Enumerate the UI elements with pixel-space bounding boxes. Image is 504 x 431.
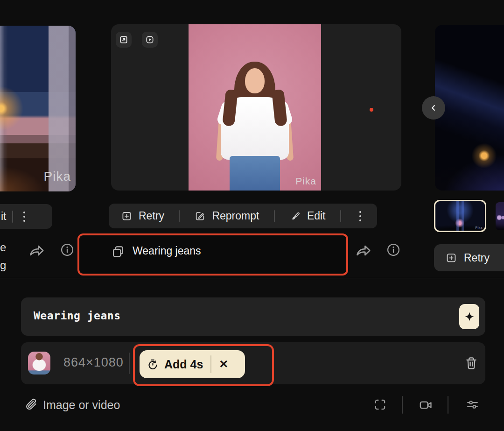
generated-image: Pika xyxy=(189,24,321,191)
retry-icon xyxy=(445,252,457,264)
thumbnail-selected[interactable]: Pika xyxy=(434,200,486,232)
attachment-divider xyxy=(129,353,130,374)
add-duration-label: Add 4s xyxy=(164,358,203,371)
toolbar-divider xyxy=(448,396,448,414)
attachment-dimensions: 864×1080 xyxy=(63,355,124,370)
retry-label: Retry xyxy=(464,252,490,264)
retry-icon xyxy=(121,210,133,222)
open-fullscreen-button[interactable] xyxy=(116,32,132,48)
pika-watermark: Pika xyxy=(44,169,71,184)
left-card-action-bar: it xyxy=(0,204,52,229)
center-action-bar: Retry Reprompt Edit xyxy=(109,204,377,228)
chevron-left-icon xyxy=(428,103,439,113)
prompt-highlight-box[interactable]: Wearing jeans xyxy=(77,233,348,276)
edit-brush-icon xyxy=(289,210,301,222)
reprompt-button[interactable]: Reprompt xyxy=(194,210,259,222)
info-icon[interactable] xyxy=(385,242,401,258)
left-prompt-partial-line2: g xyxy=(0,259,6,272)
left-card-art xyxy=(0,26,76,191)
cursor-dot xyxy=(370,108,373,112)
share-icon[interactable] xyxy=(354,240,372,259)
generate-button[interactable] xyxy=(459,304,479,329)
section-divider xyxy=(0,278,504,278)
left-generation-card[interactable]: Pika xyxy=(0,26,76,191)
settings-sliders-button[interactable] xyxy=(465,397,480,412)
retry-button[interactable]: Retry xyxy=(121,210,164,222)
pika-app: Pika it e g Wearing jeans xyxy=(0,0,504,431)
attach-hint-label[interactable]: Image or video xyxy=(43,398,120,412)
toolbar-divider xyxy=(402,396,403,414)
pika-watermark: Pika xyxy=(475,226,483,229)
chip-divider xyxy=(210,355,211,373)
more-options-icon[interactable] xyxy=(356,211,365,221)
sparkle-icon xyxy=(464,311,475,322)
delete-attachment-button[interactable] xyxy=(463,355,479,371)
edit-button[interactable]: Edit xyxy=(289,210,326,222)
thumbnail-art-lights xyxy=(497,214,504,221)
play-video-button[interactable] xyxy=(142,32,158,48)
remove-duration-button[interactable]: ✕ xyxy=(219,358,228,371)
more-options-icon[interactable] xyxy=(20,212,29,222)
prompt-input-value: Wearing jeans xyxy=(34,310,121,322)
timer-icon xyxy=(147,358,159,371)
woman-jeans xyxy=(230,156,280,191)
carousel-prev-button[interactable] xyxy=(422,96,445,120)
share-icon[interactable] xyxy=(27,240,46,259)
woman-face xyxy=(245,68,265,93)
right-card-art xyxy=(435,25,504,191)
reprompt-icon xyxy=(194,210,206,222)
edit-button-partial[interactable]: it xyxy=(1,210,7,223)
attachment-thumbnail[interactable] xyxy=(28,352,50,374)
center-generation-card[interactable]: Pika xyxy=(111,24,401,191)
retry-button[interactable]: Retry xyxy=(434,244,504,271)
add-duration-chip[interactable]: Add 4s ✕ xyxy=(140,350,245,378)
right-generation-card[interactable] xyxy=(435,25,504,191)
aspect-ratio-button[interactable] xyxy=(373,397,387,412)
pika-watermark: Pika xyxy=(295,176,316,187)
duration-highlight-box: Add 4s ✕ xyxy=(133,344,274,386)
paperclip-icon[interactable] xyxy=(24,397,39,412)
info-icon[interactable] xyxy=(59,242,75,258)
prompt-text: Wearing jeans xyxy=(133,245,201,257)
video-camera-button[interactable] xyxy=(418,397,434,413)
prompt-input[interactable]: Wearing jeans xyxy=(21,297,485,336)
left-prompt-partial-line1: e xyxy=(0,241,6,254)
thumbnail-next[interactable] xyxy=(496,202,504,230)
copy-icon[interactable] xyxy=(110,244,126,260)
